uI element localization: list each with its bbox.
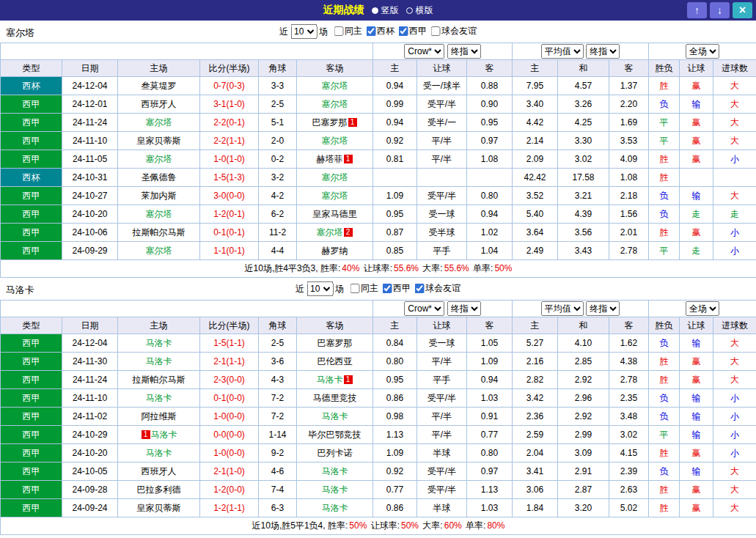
odds-stage-select[interactable]: 终指 — [447, 44, 481, 59]
scope-controls: 全场 — [649, 43, 756, 60]
team-name[interactable]: 马洛卡 — [322, 503, 348, 513]
move-up-button[interactable]: ↑ — [687, 2, 707, 18]
layout-radio-horizontal[interactable]: 横版 — [406, 4, 433, 17]
close-button[interactable]: × — [733, 2, 752, 18]
team-name[interactable]: 塞尔塔 — [146, 154, 172, 164]
matches-label: 场 — [335, 283, 344, 295]
corner-score: 9-2 — [259, 444, 297, 463]
odds-stage2-select[interactable]: 终指 — [586, 44, 620, 59]
match-type: 西甲 — [1, 389, 62, 408]
team-name[interactable]: 马洛卡 — [146, 356, 172, 366]
team-name[interactable]: 塞尔塔 — [146, 246, 172, 256]
team-name[interactable]: 莱加内斯 — [142, 191, 177, 201]
team-name[interactable]: 马洛卡 — [322, 466, 348, 476]
odds-stage-select[interactable]: 终指 — [447, 301, 481, 316]
match-count-select[interactable]: 10 — [290, 24, 317, 39]
odds-company-select[interactable]: Crow* — [404, 44, 444, 59]
team-name[interactable]: 马洛卡 — [146, 393, 172, 403]
match-row: 西甲24-10-06拉斯帕尔马斯0-1(0-1)11-2塞尔塔20.87受半球1… — [1, 224, 756, 242]
section-team-name: 塞尔塔 — [6, 26, 34, 40]
team-name[interactable]: 塞尔塔 — [322, 81, 348, 91]
team-name[interactable]: 西班牙人 — [142, 466, 177, 476]
scope-select[interactable]: 全场 — [686, 44, 719, 59]
team-name[interactable]: 巴拉多利德 — [137, 484, 181, 495]
team-name[interactable]: 阿拉维斯 — [142, 411, 177, 421]
checkbox-label: 西甲 — [393, 282, 411, 295]
filter-checkbox-西甲[interactable]: 西甲 — [394, 25, 427, 37]
home-team-cell: 西班牙人 — [118, 95, 200, 114]
odds-stage2-select[interactable]: 终指 — [586, 301, 620, 316]
red-card-badge: 1 — [142, 430, 150, 439]
odds-control-row: Crow* 终指 平均值 终指 全场 — [1, 301, 756, 317]
filter-checkbox-同主[interactable]: 同主 — [330, 25, 362, 37]
odds-handicap: 受一/球半 — [417, 77, 467, 95]
move-down-button[interactable]: ↓ — [710, 2, 730, 18]
team-name[interactable]: 巴塞罗那 — [312, 117, 348, 128]
checkbox-球会友谊[interactable] — [414, 284, 424, 293]
team-name[interactable]: 马洛卡 — [322, 411, 348, 421]
layout-radio-vertical[interactable]: 竖版 — [372, 4, 399, 17]
title-bar: 近期战绩 竖版 横版 ↑ ↓ × — [0, 0, 756, 21]
filter-checkbox-同主[interactable]: 同主 — [346, 282, 378, 295]
summary-text: 近10场,胜4平3负3, 胜率: — [244, 263, 342, 273]
team-name[interactable]: 皇家贝蒂斯 — [137, 503, 181, 513]
away-team-cell: 毕尔巴鄂竞技 — [297, 426, 373, 444]
team-name[interactable]: 塞尔塔 — [146, 117, 172, 128]
red-card-badge: 1 — [344, 155, 353, 163]
checkbox-同主[interactable] — [334, 26, 343, 36]
team-name[interactable]: 拉斯帕尔马斯 — [133, 375, 186, 385]
filter-checkbox-球会友谊[interactable]: 球会友谊 — [427, 25, 477, 37]
team-name[interactable]: 马洛卡 — [146, 338, 172, 348]
checkbox-西甲[interactable] — [398, 26, 408, 36]
near-label: 近 — [296, 283, 304, 295]
team-name[interactable]: 巴列卡诺 — [318, 448, 353, 458]
team-name[interactable]: 塞尔塔 — [146, 209, 172, 219]
summary-text: 55.6% — [393, 263, 419, 273]
checkbox-西甲[interactable] — [382, 284, 392, 293]
checkbox-球会友谊[interactable] — [430, 26, 440, 36]
home-team-cell: 莱加内斯 — [118, 187, 200, 205]
team-name[interactable]: 马洛卡 — [151, 430, 177, 440]
match-row: 西杯24-12-04叁莫堤罗0-7(0-3)3-3塞尔塔0.94受一/球半0.8… — [1, 77, 756, 95]
team-name[interactable]: 塞尔塔 — [322, 191, 348, 201]
odds-home: 0.84 — [373, 334, 417, 353]
team-name[interactable]: 马洛卡 — [322, 484, 348, 495]
team-name[interactable]: 塞尔塔 — [317, 227, 343, 237]
corner-score: 6-3 — [259, 499, 297, 517]
team-name[interactable]: 皇家马德里 — [313, 209, 357, 219]
team-name[interactable]: 塞尔塔 — [322, 136, 348, 146]
average-select[interactable]: 平均值 — [541, 301, 584, 316]
result-handicap: 赢 — [680, 444, 713, 463]
team-name[interactable]: 毕尔巴鄂竞技 — [309, 430, 362, 440]
team-name[interactable]: 塞尔塔 — [322, 99, 348, 109]
avg-home: 2.04 — [513, 444, 558, 463]
team-name[interactable]: 马德里竞技 — [313, 393, 357, 403]
match-date: 24-10-31 — [62, 169, 118, 187]
checkbox-西杯[interactable] — [366, 26, 375, 36]
checkbox-label: 同主 — [361, 282, 378, 295]
team-name[interactable]: 拉斯帕尔马斯 — [133, 227, 186, 237]
filter-checkbox-西甲[interactable]: 西甲 — [378, 282, 411, 295]
average-select[interactable]: 平均值 — [541, 44, 584, 59]
odds-away: 0.80 — [467, 444, 513, 463]
filter-checkbox-球会友谊[interactable]: 球会友谊 — [411, 282, 460, 295]
team-name[interactable]: 西班牙人 — [142, 99, 177, 109]
filter-checkbox-西杯[interactable]: 西杯 — [362, 25, 394, 37]
odds-company-select[interactable]: Crow* — [404, 301, 444, 316]
team-name[interactable]: 马洛卡 — [317, 375, 343, 385]
team-name[interactable]: 皇家贝蒂斯 — [137, 136, 181, 146]
team-name[interactable]: 圣佩德鲁 — [142, 172, 177, 183]
team-name[interactable]: 塞尔塔 — [322, 172, 348, 183]
result-outcome: 胜 — [649, 77, 680, 95]
team-name[interactable]: 巴伦西亚 — [318, 356, 353, 366]
blank-cell — [1, 43, 373, 60]
team-name[interactable]: 赫罗纳 — [322, 246, 348, 256]
team-name[interactable]: 巴塞罗那 — [318, 338, 353, 348]
scope-select[interactable]: 全场 — [686, 301, 719, 316]
checkbox-同主[interactable] — [350, 284, 359, 293]
team-name[interactable]: 马洛卡 — [146, 448, 172, 458]
match-count-select[interactable]: 10 — [307, 281, 333, 296]
team-name[interactable]: 叁莫堤罗 — [142, 81, 177, 91]
section-head: 马洛卡 近 10 场 同主西甲球会友谊 — [0, 278, 756, 300]
team-name[interactable]: 赫塔菲 — [317, 154, 343, 164]
